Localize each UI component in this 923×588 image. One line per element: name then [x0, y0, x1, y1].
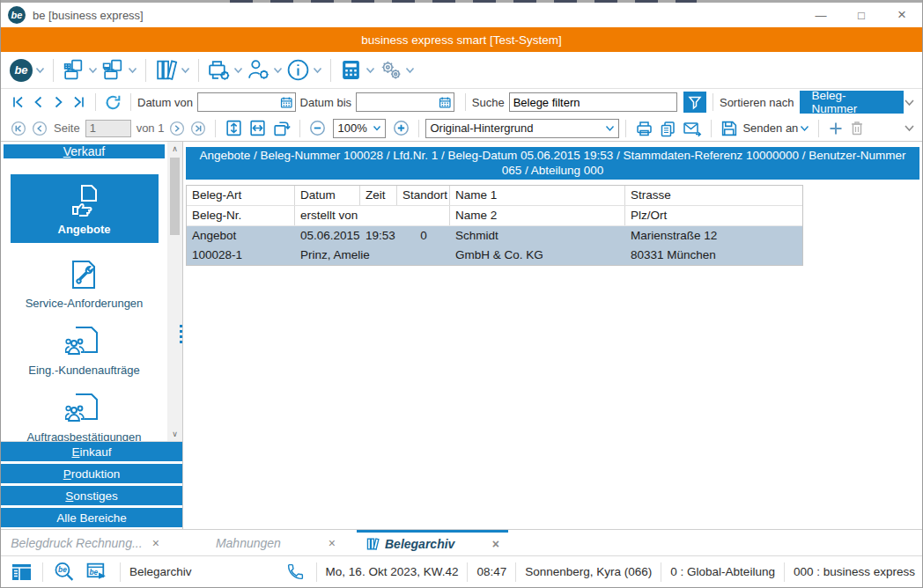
be-menu-button[interactable]: be — [10, 59, 45, 82]
tab-close-icon[interactable]: × — [152, 536, 159, 550]
background-select-value: Original-Hintergrund — [430, 121, 533, 135]
calendar-icon[interactable] — [280, 95, 293, 110]
sort-dropdown-chevron-icon[interactable] — [904, 99, 915, 107]
email-button[interactable] — [683, 120, 702, 137]
refresh-button[interactable] — [105, 94, 122, 111]
belegdruck-versand-button[interactable] — [101, 58, 137, 82]
column-header[interactable]: Name 1 — [450, 186, 625, 205]
datum-bis-input[interactable] — [356, 92, 454, 112]
filter-button[interactable] — [683, 92, 706, 113]
sidebar-section-produktion[interactable]: Produktion — [1, 464, 182, 483]
toolbar-separator — [625, 120, 626, 137]
column-header[interactable]: Name 2 — [450, 206, 625, 225]
zoom-in-button[interactable] — [393, 120, 410, 136]
datum-von-input[interactable] — [197, 92, 296, 112]
background-select[interactable]: Original-Hintergrund — [425, 119, 619, 138]
tab-belegdruck-rechnung[interactable]: Belegdruck Rechnung... × — [1, 530, 168, 555]
print-button[interactable] — [635, 120, 653, 137]
chevron-down-icon — [273, 67, 283, 74]
fit-width-button[interactable] — [248, 119, 267, 137]
benutzereinstellungen-button[interactable] — [247, 58, 283, 82]
column-header[interactable]: erstellt von — [295, 206, 450, 225]
sort-by-button[interactable]: Beleg-Nummer — [800, 91, 905, 114]
fit-page-button[interactable] — [225, 119, 243, 137]
info-button[interactable] — [286, 58, 322, 82]
search-input[interactable] — [509, 92, 677, 112]
table-row[interactable]: Angebot 05.06.2015 19:53 0 Schmidt Marie… — [187, 226, 802, 246]
sidebar-section-sonstiges[interactable]: Sonstiges — [1, 486, 182, 505]
datum-von-field[interactable] — [198, 93, 280, 111]
column-header[interactable]: Plz/Ort — [625, 206, 802, 225]
column-header[interactable]: Beleg-Art — [187, 186, 295, 205]
column-header[interactable]: Beleg-Nr. — [187, 206, 295, 225]
tab-label: Belegdruck Rechnung... — [10, 536, 144, 550]
be-search-button[interactable]: be — [53, 561, 76, 583]
scroll-up-icon[interactable]: ∧ — [167, 142, 182, 156]
datum-bis-field[interactable] — [357, 93, 439, 111]
copy-button[interactable] — [659, 120, 677, 137]
tab-belegarchiv[interactable]: Belegarchiv × — [357, 530, 508, 555]
previous-record-button[interactable] — [31, 95, 46, 109]
column-header[interactable]: Strasse — [625, 186, 802, 205]
next-record-button[interactable] — [51, 95, 66, 109]
next-page-button[interactable] — [169, 121, 185, 136]
zoom-level-select[interactable]: 100% — [333, 119, 386, 138]
belegarchiv-button[interactable] — [154, 58, 190, 82]
sidebar-section-header-verkauf[interactable]: Verkauf — [4, 144, 165, 158]
rotate-page-button[interactable] — [272, 119, 291, 137]
chevron-down-icon — [181, 67, 190, 74]
column-header[interactable]: Zeit — [360, 186, 397, 205]
truck-print-icon — [101, 58, 125, 82]
column-header[interactable]: Standort — [397, 186, 450, 205]
sidebar-scrollbar[interactable]: ∧ ∨ — [167, 142, 182, 441]
first-record-button[interactable] — [11, 95, 26, 109]
last-page-button[interactable] — [190, 121, 206, 136]
add-button[interactable] — [828, 121, 844, 136]
cell-beleg-art: Angebot — [187, 226, 295, 246]
be-window-button[interactable]: be — [85, 561, 108, 583]
tab-close-icon[interactable]: × — [492, 537, 499, 551]
systemeinstellungen-button[interactable] — [379, 58, 415, 82]
svg-text:be: be — [89, 568, 98, 577]
status-separator — [120, 562, 121, 582]
delete-button[interactable] — [849, 120, 865, 136]
column-header[interactable]: Datum — [295, 186, 360, 205]
phone-button[interactable] — [286, 562, 305, 581]
maximize-button[interactable]: □ — [841, 3, 882, 27]
minimize-button[interactable]: — — [801, 3, 841, 27]
document-tab-bar: Belegdruck Rechnung... × Mahnungen × Bel… — [1, 529, 922, 555]
layout-toggle-button[interactable] — [11, 562, 33, 582]
close-button[interactable]: × — [882, 3, 922, 27]
sidebar-section-einkauf[interactable]: Einkauf — [1, 442, 182, 461]
calendar-icon[interactable] — [439, 95, 452, 110]
page-number-input[interactable] — [85, 120, 131, 137]
druckeinstellungen-button[interactable] — [207, 58, 243, 82]
belegdruck-verkauf-button[interactable] — [62, 58, 98, 82]
zoom-out-button[interactable] — [309, 120, 326, 136]
scroll-down-icon[interactable]: ∨ — [167, 427, 182, 441]
environment-banner: business express smart [Test-System] — [1, 27, 922, 52]
sidebar-section-alle-bereiche[interactable]: Alle Bereiche — [1, 508, 182, 527]
toolbar-overflow-chevron-icon[interactable] — [904, 124, 915, 132]
sidebar-item-eing-kundenauftraege[interactable]: Eing.-Kundenaufträge — [28, 324, 139, 377]
first-page-button[interactable] — [11, 121, 26, 136]
sidebar-item-service-anforderungen[interactable]: Service-Anforderungen — [26, 257, 144, 310]
page-number-field[interactable] — [86, 121, 130, 136]
sidebar-item-angebote[interactable]: Angebote — [11, 174, 159, 243]
sidebar-splitter-handle[interactable] — [180, 325, 182, 343]
senden-an-button[interactable]: Senden an — [720, 120, 809, 137]
tab-mahnungen[interactable]: Mahnungen × — [168, 530, 344, 555]
sidebar-item-label: Angebote — [58, 223, 111, 236]
tab-close-icon[interactable]: × — [329, 536, 336, 550]
cell-zeit: 19:53 — [360, 226, 397, 246]
previous-page-button[interactable] — [32, 121, 48, 136]
search-field[interactable] — [510, 93, 676, 111]
rechner-button[interactable] — [339, 58, 375, 82]
sidebar-item-auftragsbestaetigungen[interactable]: Auftragsbestätigungen — [26, 391, 141, 441]
table-row[interactable]: 100028-1 Prinz, Amelie GmbH & Co. KG 803… — [187, 246, 802, 265]
last-record-button[interactable] — [71, 95, 86, 109]
info-icon — [286, 58, 310, 82]
books-icon — [366, 537, 380, 551]
scrollbar-thumb[interactable] — [170, 158, 180, 235]
toolbar-separator — [215, 120, 216, 137]
